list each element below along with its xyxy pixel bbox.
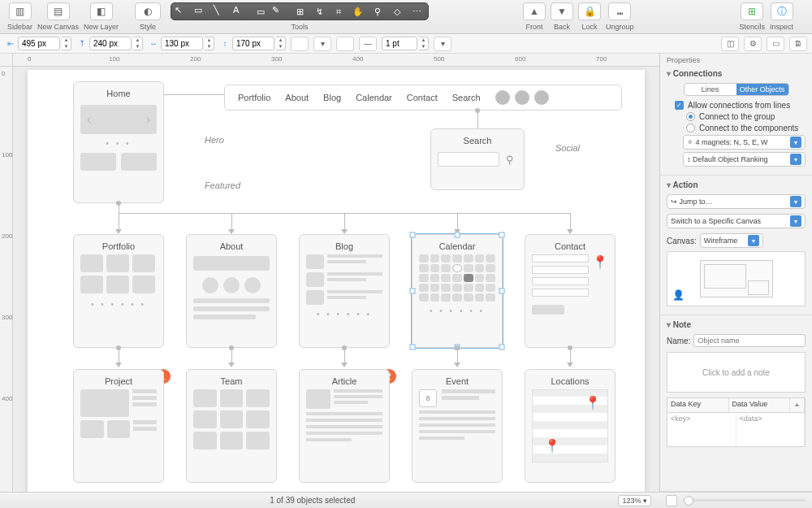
- x-stepper[interactable]: ▲▼: [62, 37, 71, 50]
- segment-other-objects[interactable]: Other Objects: [736, 84, 788, 95]
- pen-tool[interactable]: [272, 5, 288, 18]
- stroke-width-input[interactable]: [382, 37, 417, 50]
- card-team[interactable]: Team: [186, 369, 277, 483]
- magnets-dropdown[interactable]: ✧ 4 magnets: N, S, E, W▾: [683, 135, 806, 150]
- selection-handle[interactable]: [410, 232, 416, 238]
- fill-dropdown[interactable]: ▾: [313, 37, 331, 51]
- canvas-thumbnail[interactable]: 👤: [667, 251, 806, 306]
- ruler-horizontal[interactable]: 0 100 200 300 400 500 600 700: [13, 54, 659, 67]
- connect-group-radio[interactable]: [686, 112, 695, 121]
- section-action-header[interactable]: Action: [667, 180, 806, 189]
- misc-tool[interactable]: ⋯: [408, 5, 425, 18]
- connections-segment[interactable]: Lines Other Objects: [684, 83, 789, 96]
- card-locations[interactable]: Locations 📍 📍: [525, 369, 615, 483]
- canvas[interactable]: Home ‹› • • • Portfolio About Blog Calen…: [13, 67, 659, 492]
- shape-tool[interactable]: [194, 5, 210, 18]
- zoom-slider[interactable]: [684, 499, 806, 501]
- point-tool[interactable]: ◇: [389, 5, 405, 18]
- card-contact[interactable]: Contact 📍: [525, 234, 615, 348]
- social-avatar-3[interactable]: [534, 90, 549, 105]
- h-stepper[interactable]: ▲▼: [276, 37, 286, 50]
- h-input[interactable]: [232, 37, 274, 50]
- insp-tab-canvas[interactable]: ▭: [767, 37, 784, 51]
- connector-tool[interactable]: ↯: [311, 5, 327, 18]
- card-event[interactable]: Event 8: [412, 369, 503, 483]
- stroke-stepper[interactable]: ▲▼: [419, 37, 429, 50]
- text-tool[interactable]: [233, 5, 249, 18]
- selection-handle[interactable]: [499, 345, 505, 350]
- line-tool[interactable]: [214, 5, 230, 18]
- selection-handle[interactable]: [455, 232, 460, 238]
- w-stepper[interactable]: ▲▼: [205, 37, 214, 50]
- hand-tool[interactable]: ✋: [350, 5, 366, 18]
- nav-item-blog[interactable]: Blog: [323, 93, 341, 102]
- segment-lines[interactable]: Lines: [685, 84, 736, 95]
- data-value-placeholder[interactable]: <data>: [736, 413, 806, 446]
- new-layer-button[interactable]: ◧: [90, 2, 113, 20]
- nav-item-about[interactable]: About: [285, 93, 309, 102]
- allow-connections-checkbox[interactable]: ✓: [675, 101, 684, 110]
- search-icon[interactable]: ⚲: [503, 152, 517, 167]
- nav-item-search[interactable]: Search: [452, 93, 481, 102]
- selection-handle[interactable]: [499, 289, 505, 294]
- note-name-input[interactable]: [693, 334, 806, 347]
- data-table-body[interactable]: <key> <data>: [667, 413, 806, 447]
- card-project[interactable]: Project: [73, 369, 164, 483]
- y-input[interactable]: [89, 37, 132, 50]
- action-target-dropdown[interactable]: Switch to a Specific Canvas▾: [667, 214, 806, 228]
- social-avatar-1[interactable]: [495, 90, 510, 105]
- y-stepper[interactable]: ▲▼: [133, 37, 143, 50]
- canvas-dropdown[interactable]: Wireframe▾: [700, 233, 763, 248]
- nav-item-portfolio[interactable]: Portfolio: [238, 93, 270, 102]
- insp-tab-document[interactable]: 🗎: [789, 37, 807, 51]
- selection-handle[interactable]: [410, 289, 416, 294]
- rect-tool[interactable]: ▭: [253, 5, 269, 18]
- bring-front-button[interactable]: ▲: [523, 2, 546, 20]
- insp-tab-geometry[interactable]: ◫: [721, 37, 739, 51]
- inspect-button[interactable]: ⓘ: [771, 2, 793, 20]
- sidebar-toggle-button[interactable]: ▥: [9, 2, 32, 20]
- send-back-button[interactable]: ▼: [551, 2, 573, 20]
- w-input[interactable]: [161, 37, 203, 50]
- fill-swatch[interactable]: [291, 37, 309, 51]
- data-key-placeholder[interactable]: <key>: [667, 413, 736, 446]
- style-picker-button[interactable]: ◐: [135, 2, 161, 20]
- action-type-dropdown[interactable]: ↪ Jump to…▾: [667, 194, 806, 209]
- add-data-row-button[interactable]: ＋: [790, 398, 805, 412]
- section-note-header[interactable]: Note: [667, 320, 806, 329]
- ruler-vertical[interactable]: 0 100 200 300 400: [0, 67, 13, 492]
- stamp-tool[interactable]: ⌗: [330, 5, 347, 18]
- zoom-tool[interactable]: ⚲: [369, 5, 386, 18]
- card-portfolio[interactable]: Portfolio • • • • • •: [73, 234, 164, 348]
- connect-components-radio[interactable]: [686, 124, 695, 132]
- selection-handle[interactable]: [499, 232, 505, 238]
- new-canvas-button[interactable]: ▤: [47, 2, 70, 20]
- card-search[interactable]: Search ⚲: [430, 128, 525, 190]
- stencils-button[interactable]: ⊞: [741, 2, 763, 20]
- ranking-dropdown[interactable]: ↕ Default Object Ranking▾: [683, 152, 806, 167]
- stroke-style[interactable]: —: [359, 37, 377, 51]
- lock-button[interactable]: 🔒: [578, 2, 601, 20]
- card-calendar[interactable]: Calendar • • • • • •: [412, 234, 503, 348]
- ungroup-button[interactable]: ⑉: [608, 2, 631, 20]
- search-field[interactable]: [438, 152, 499, 167]
- card-about[interactable]: About: [186, 234, 277, 348]
- color-swatch[interactable]: [666, 495, 677, 506]
- canvas-page[interactable]: Home ‹› • • • Portfolio About Blog Calen…: [28, 70, 645, 492]
- zoom-readout[interactable]: 123% ▾: [618, 495, 651, 506]
- section-connections-header[interactable]: Connections: [667, 69, 806, 78]
- card-article[interactable]: Article: [299, 369, 390, 483]
- nav-item-contact[interactable]: Contact: [407, 93, 438, 102]
- line-start-style[interactable]: ▾: [434, 37, 451, 51]
- card-home[interactable]: Home ‹› • • •: [73, 81, 164, 203]
- nav-item-calendar[interactable]: Calendar: [356, 93, 392, 102]
- insp-tab-settings[interactable]: ⚙: [744, 37, 762, 51]
- social-avatar-2[interactable]: [515, 90, 529, 105]
- stroke-swatch[interactable]: [336, 37, 354, 51]
- note-textarea[interactable]: Click to add a note: [667, 352, 806, 393]
- selection-handle[interactable]: [410, 345, 416, 350]
- card-blog[interactable]: Blog • • • • • •: [299, 234, 390, 348]
- crop-tool[interactable]: ⊞: [292, 5, 308, 18]
- select-tool[interactable]: [175, 5, 191, 18]
- x-input[interactable]: [18, 37, 60, 50]
